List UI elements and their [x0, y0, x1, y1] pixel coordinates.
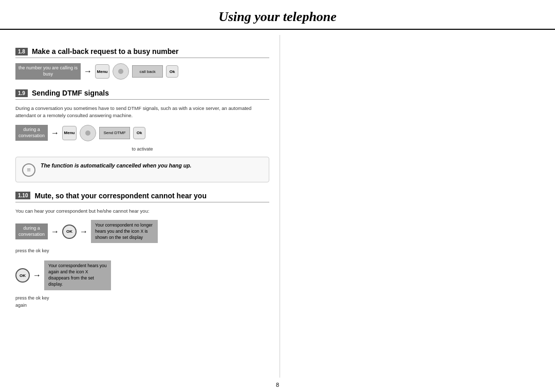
ok-circle-button-1[interactable]: OK	[62, 225, 77, 239]
arrow-5: →	[33, 271, 41, 280]
content-area: 1.8 Make a call-back request to a busy n…	[0, 35, 555, 378]
section-1-9-number: 1.9	[15, 89, 28, 97]
note-text-1-9: The function is automatically cancelled …	[41, 162, 191, 169]
activate-caption: to activate	[15, 146, 269, 152]
section-1-10-header: 1.10 Mute, so that your correspondent ca…	[15, 192, 269, 202]
menu-button-2[interactable]: Menu	[62, 126, 77, 140]
page-title: Using your telephone	[218, 9, 337, 24]
ok-button-1[interactable]: Ok	[166, 65, 178, 78]
section-1-8-flow: the number you are calling is busy → Men…	[15, 63, 269, 80]
result-box-2: Your correspondent hears you again and t…	[44, 260, 111, 290]
ok-circle-button-2[interactable]: OK	[15, 268, 30, 283]
note-icon: ≡	[22, 163, 35, 177]
ok-button-2[interactable]: Ok	[133, 127, 145, 139]
arrow-1: →	[84, 67, 92, 76]
section-1-8: 1.8 Make a call-back request to a busy n…	[15, 47, 269, 80]
page-footer: 8	[0, 378, 555, 392]
section-1-8-title: Make a call-back request to a busy numbe…	[32, 47, 179, 55]
page-title-area: Using your telephone	[0, 0, 555, 30]
conversation-box-1: during a conversation	[15, 125, 48, 141]
right-column	[280, 35, 555, 378]
section-1-8-header: 1.8 Make a call-back request to a busy n…	[15, 47, 269, 58]
conversation-box-2: during a conversation	[15, 223, 48, 239]
menu-button-1[interactable]: Menu	[95, 64, 109, 79]
busy-number-box: the number you are calling is busy	[15, 63, 81, 79]
screen-display-1: call back	[132, 65, 163, 78]
section-1-10-flow2: OK → Your correspondent hears you again …	[15, 260, 269, 308]
screen-display-2: Send DTMF	[99, 127, 130, 139]
nav-button-1[interactable]	[113, 63, 129, 80]
section-1-10-body: You can hear your correspondent but he/s…	[15, 208, 269, 215]
section-1-9-header: 1.9 Sending DTMF signals	[15, 89, 269, 100]
section-1-10-flow1: during a conversation → OK → Your corres…	[15, 220, 269, 244]
arrow-2: →	[51, 128, 59, 138]
arrow-3: →	[51, 227, 59, 236]
section-1-10-title: Mute, so that your correspondent cannot …	[34, 192, 206, 200]
section-1-9-title: Sending DTMF signals	[32, 89, 109, 97]
section-1-8-number: 1.8	[15, 48, 28, 55]
section-1-10-number: 1.10	[15, 192, 30, 199]
section-1-10: 1.10 Mute, so that your correspondent ca…	[15, 192, 269, 308]
nav-button-2[interactable]	[80, 125, 96, 141]
note-box-1-9: ≡ The function is automatically cancelle…	[15, 157, 269, 182]
section-1-9-flow: during a conversation → Menu Send DTMF O…	[15, 125, 269, 141]
section-1-9-body: During a conversation you sometimes have…	[15, 105, 269, 120]
press-ok-label-2: press the ok key	[15, 295, 269, 301]
press-ok-label-again: again	[15, 303, 269, 308]
result-box-1: Your correspondent no longer hears you a…	[91, 220, 158, 244]
left-column: 1.8 Make a call-back request to a busy n…	[0, 35, 280, 378]
section-1-9: 1.9 Sending DTMF signals During a conver…	[15, 89, 269, 182]
page-number: 8	[276, 382, 279, 388]
press-ok-label-1: press the ok key	[15, 248, 269, 253]
arrow-4: →	[80, 227, 88, 236]
